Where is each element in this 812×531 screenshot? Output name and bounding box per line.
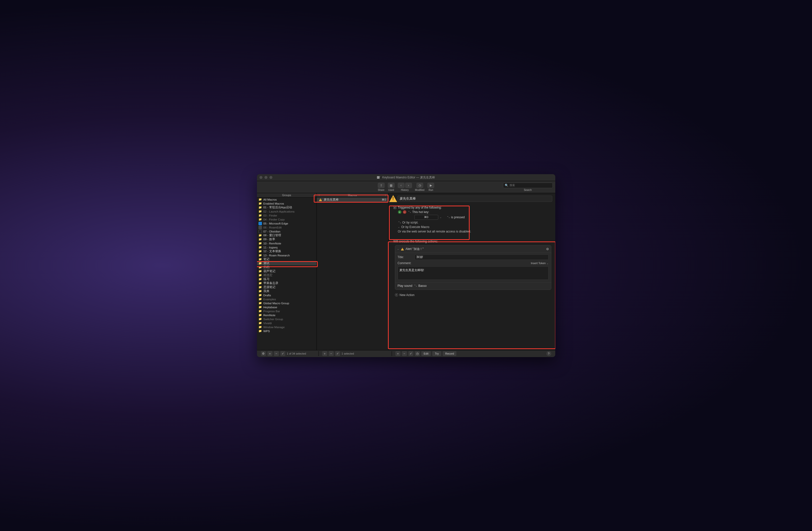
group-label: 05 - Microsoft Edge	[263, 222, 288, 225]
group-row[interactable]: 📁Enabled Macros	[257, 201, 317, 206]
folder-icon: 📁	[259, 325, 262, 329]
record-button[interactable]: Record	[443, 351, 456, 356]
folder-icon: 📁	[259, 274, 262, 277]
warning-icon	[319, 198, 322, 201]
group-label: 归档	[263, 265, 270, 269]
group-label: 思源笔记	[263, 285, 275, 289]
group-row[interactable]: 📁Global Macro Group	[257, 301, 317, 305]
try-button[interactable]: Try	[432, 351, 441, 356]
folder-icon: 📁	[259, 214, 262, 217]
group-row[interactable]: 📁09 - 效率	[257, 237, 317, 241]
group-row[interactable]: 07 - Obsidian	[257, 229, 317, 234]
group-row[interactable]: 📁All Macros	[257, 198, 317, 201]
macro-row[interactable]: 麦先生真棒⌘0	[317, 198, 388, 202]
group-row[interactable]: 📁03 - Finder	[257, 213, 317, 218]
group-row[interactable]: 📁思源笔记	[257, 285, 317, 289]
action-comment-input[interactable]: 麦先生真是太棒啦!	[398, 266, 549, 280]
minimize-window-button[interactable]	[264, 176, 267, 179]
add-group-button[interactable]: ＋	[267, 351, 272, 356]
group-row[interactable]: 📁Vivaldi	[257, 321, 317, 325]
group-row[interactable]: 📁苹果备忘录	[257, 281, 317, 285]
folder-icon: 📁	[259, 318, 262, 321]
sound-select[interactable]: Basso	[418, 284, 426, 288]
enable-macro-button[interactable]: ✓	[335, 351, 340, 356]
stepper-icon[interactable]: ⌃⌄	[414, 284, 417, 287]
remove-group-button[interactable]: −	[274, 351, 279, 356]
group-row[interactable]: 📁01 - 常驻后台App启动	[257, 206, 317, 210]
group-row[interactable]: 📁Examples	[257, 297, 317, 301]
macros-header[interactable]: ▼ Macros ▼	[317, 193, 388, 198]
macro-name-input[interactable]	[397, 196, 552, 202]
group-row[interactable]: 📁Switcher Group	[257, 317, 317, 321]
group-row[interactable]: 📁RemNote	[257, 313, 317, 317]
groups-header[interactable]: Groups	[257, 193, 317, 198]
add-macro-button[interactable]: ＋	[322, 351, 327, 356]
remove-action-button[interactable]: −	[402, 351, 407, 356]
group-row[interactable]: 📁04 - Finder Copy	[257, 218, 317, 222]
group-row[interactable]: 📁葫芦笔记	[257, 269, 317, 273]
settings-button[interactable]: ⚙	[261, 351, 266, 356]
macros-list[interactable]: 麦先生真棒⌘0	[317, 198, 388, 350]
run-button[interactable]: ▶	[427, 183, 434, 188]
editor-scroll-area[interactable]: ✓ Triggered by any of the following: + −…	[389, 193, 555, 350]
history-forward-button[interactable]: ›	[405, 183, 412, 188]
remove-trigger-button[interactable]: −	[403, 210, 406, 214]
group-label: 01 - 常驻后台App启动	[263, 206, 292, 209]
sort-asc-icon[interactable]: ▼	[318, 194, 320, 196]
chevron-down-icon[interactable]: ⌄	[398, 226, 400, 228]
folder-icon: 📁	[259, 242, 262, 245]
folder-icon: 📁	[259, 210, 262, 213]
groups-list[interactable]: 📁All Macros📁Enabled Macros📁01 - 常驻后台App启…	[257, 198, 317, 350]
group-label: 13 - Roam Research	[263, 254, 290, 257]
enable-action-button[interactable]: ✓	[408, 351, 414, 356]
modified-button[interactable]: ◷	[416, 183, 423, 188]
footer: ⚙ ＋ − ✓ 1 of 34 selected ＋ − ✓ 1 selecte…	[257, 350, 555, 357]
group-row[interactable]: 📁Progress Bar	[257, 309, 317, 313]
edit-button[interactable]: Edit	[421, 351, 431, 356]
add-action-button[interactable]: ＋	[395, 351, 401, 356]
group-row[interactable]: 📁02 - Launch Applications	[257, 210, 317, 213]
group-row[interactable]: 📁08 - 窗口管理	[257, 234, 317, 237]
chevron-down-icon[interactable]: ⌄	[440, 216, 442, 219]
insert-token-button[interactable]: Insert Token ⌄	[531, 262, 549, 265]
group-row[interactable]: 05 - Microsoft Edge	[257, 222, 317, 225]
action-title-input[interactable]	[415, 254, 549, 260]
action-alert-card[interactable]: ⌄ Alert "加油！" ⚙ Title: Comment:	[395, 245, 551, 290]
remove-macro-button[interactable]: −	[329, 351, 334, 356]
group-row[interactable]: 📁10 - RemNote	[257, 241, 317, 246]
group-row[interactable]: 06 - RoamEdit	[257, 225, 317, 229]
trigger-enabled-checkbox[interactable]: ✓	[393, 206, 396, 209]
group-row[interactable]: 📁Drafts	[257, 293, 317, 297]
share-button[interactable]: ⇧	[378, 183, 385, 188]
group-row[interactable]: 📁笔记	[257, 257, 317, 261]
add-trigger-button[interactable]: +	[398, 210, 401, 214]
group-row[interactable]: 📁我来	[257, 289, 317, 293]
group-row[interactable]: 📁练习	[257, 277, 317, 281]
group-label: 09 - 效率	[263, 237, 275, 241]
is-pressed-label: is pressed	[451, 215, 465, 219]
stepper-icon[interactable]: ⌃⌄	[398, 221, 401, 224]
group-row[interactable]: 📁Heptabase	[257, 305, 317, 309]
group-row[interactable]: 📁13 - Roam Research	[257, 253, 317, 257]
group-row[interactable]: 📁归档	[257, 265, 317, 269]
used-button[interactable]: ▦	[388, 183, 395, 188]
history-back-button[interactable]: ‹	[398, 183, 405, 188]
close-window-button[interactable]	[259, 176, 262, 179]
help-button[interactable]: ?	[546, 351, 551, 356]
gear-icon[interactable]: ⚙	[546, 247, 549, 251]
disclosure-icon[interactable]: ⌄	[397, 248, 399, 250]
stepper-icon[interactable]: ⌃⌄	[408, 211, 411, 213]
group-row[interactable]: 📁测试	[257, 261, 317, 265]
hotkey-input[interactable]	[414, 215, 438, 220]
zoom-window-button[interactable]	[270, 176, 272, 179]
group-row[interactable]: 📁12 - 文本替换	[257, 249, 317, 253]
sort-desc-icon[interactable]: ▼	[385, 194, 387, 196]
group-row[interactable]: 📁WPS	[257, 329, 317, 333]
stepper-icon[interactable]: ⌃⌄	[447, 216, 450, 219]
group-row[interactable]: 📁Window Manage	[257, 325, 317, 329]
group-row[interactable]: 📁11 - logseq	[257, 246, 317, 249]
new-action-button[interactable]: + New Action	[391, 292, 552, 297]
action-clock-button[interactable]: ◷	[415, 351, 420, 356]
enable-group-button[interactable]: ✓	[280, 351, 285, 356]
group-row[interactable]: 📁精选宏	[257, 273, 317, 277]
